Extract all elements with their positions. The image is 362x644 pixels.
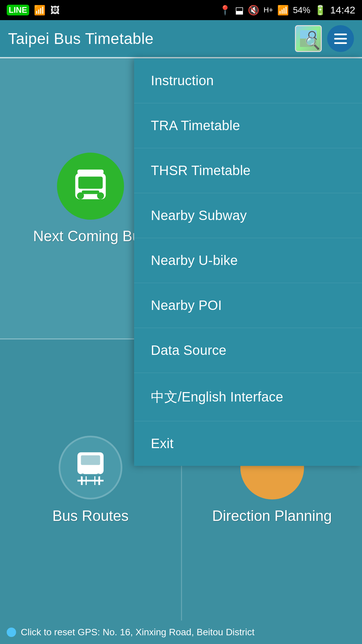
menu-item-language[interactable]: 中文/English Interface — [134, 373, 362, 421]
network-type-icon: H+ — [263, 6, 273, 14]
menu-button[interactable] — [327, 25, 354, 52]
svg-rect-1 — [300, 39, 317, 47]
bus-svg-icon — [69, 164, 112, 208]
location-icon: 📍 — [219, 5, 231, 16]
direction-planning-label: Direction Planning — [212, 507, 332, 524]
main-content: Next Coming Bus — [0, 58, 362, 621]
svg-point-19 — [81, 473, 84, 477]
bus-routes-svg-icon — [69, 446, 112, 489]
next-coming-bus-label: Next Coming Bus — [33, 228, 148, 245]
svg-point-12 — [80, 467, 85, 473]
menu-item-nearby-subway[interactable]: Nearby Subway — [134, 193, 362, 238]
map-icon — [300, 30, 317, 47]
hamburger-icon — [334, 34, 347, 44]
svg-point-13 — [96, 467, 101, 473]
bus-routes-label: Bus Routes — [52, 507, 128, 524]
line-app-icon: LINE — [7, 5, 29, 15]
menu-item-nearby-poi[interactable]: Nearby POI — [134, 283, 362, 328]
svg-point-20 — [97, 473, 100, 477]
bus-icon-circle — [57, 153, 124, 220]
battery-label: 54% — [293, 5, 310, 15]
time-display: 14:42 — [330, 4, 355, 16]
status-bar-left: LINE 📶 🖼 — [7, 5, 60, 16]
menu-item-nearby-ubike[interactable]: Nearby U-bike — [134, 238, 362, 283]
signal-icon: 📶 — [277, 5, 289, 16]
bus-routes-icon-circle — [59, 436, 122, 499]
app-bar: Taipei Bus Timetable — [0, 20, 362, 57]
battery-icon: 🔋 — [314, 5, 326, 16]
gps-location-dot — [7, 628, 16, 637]
menu-item-exit[interactable]: Exit — [134, 421, 362, 466]
wifi-icon: 📶 — [34, 5, 46, 16]
bottom-bar[interactable]: Click to reset GPS: No. 16, Xinxing Road… — [0, 621, 362, 644]
menu-item-data-source[interactable]: Data Source — [134, 328, 362, 373]
menu-item-thsr-timetable[interactable]: THSR Timetable — [134, 148, 362, 193]
gps-status-text: Click to reset GPS: No. 16, Xinxing Road… — [21, 627, 254, 638]
svg-line-3 — [314, 37, 317, 40]
menu-item-instruction[interactable]: Instruction — [134, 58, 362, 103]
bluetooth-icon: ⬓ — [235, 5, 244, 16]
status-bar: LINE 📶 🖼 📍 ⬓ 🔇 H+ 📶 54% 🔋 14:42 — [0, 0, 362, 20]
mute-icon: 🔇 — [248, 5, 259, 16]
svg-rect-11 — [81, 455, 100, 465]
menu-item-tra-timetable[interactable]: TRA Timetable — [134, 103, 362, 148]
dropdown-menu: Instruction TRA Timetable THSR Timetable… — [134, 58, 362, 466]
svg-rect-5 — [78, 176, 103, 189]
app-title: Taipei Bus Timetable — [8, 30, 290, 48]
map-search-button[interactable] — [295, 25, 322, 52]
svg-rect-9 — [77, 169, 104, 174]
gallery-icon: 🖼 — [50, 5, 60, 16]
status-bar-right: 📍 ⬓ 🔇 H+ 📶 54% 🔋 14:42 — [219, 4, 355, 16]
svg-rect-8 — [82, 191, 99, 194]
